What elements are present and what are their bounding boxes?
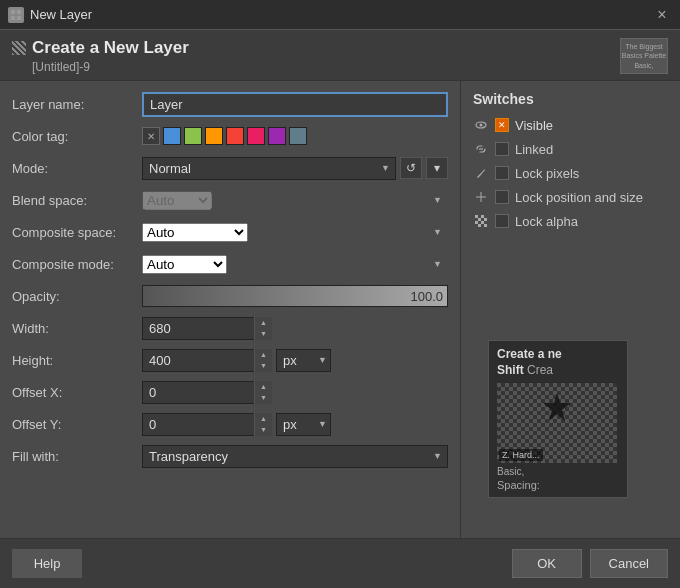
dialog-header: Create a New Layer [Untitled]-9 The Bigg… <box>0 30 680 81</box>
layer-name-label: Layer name: <box>12 97 142 112</box>
tooltip-shift-line: Shift Crea <box>497 363 619 377</box>
mode-row: Mode: Normal Dissolve Multiply Screen Ov… <box>12 155 448 181</box>
opacity-value: 100.0 <box>410 289 443 304</box>
header-thumbnail: The BiggestBasics PaletteBasic, <box>620 38 668 74</box>
height-row: Height: ▲ ▼ px % cm <box>12 347 448 373</box>
svg-rect-0 <box>11 10 15 14</box>
svg-rect-13 <box>484 218 487 221</box>
linked-checkbox <box>495 142 509 156</box>
offset-x-controls: ▲ ▼ <box>142 381 272 404</box>
app-icon <box>8 7 24 23</box>
composite-mode-select[interactable]: Auto Normal <box>142 255 227 274</box>
svg-rect-14 <box>475 221 478 224</box>
title-bar-left: New Layer <box>8 7 92 23</box>
switches-title: Switches <box>473 91 668 107</box>
mode-reset-button[interactable]: ↺ <box>400 157 422 179</box>
switch-linked[interactable]: Linked <box>473 141 668 157</box>
close-button[interactable]: × <box>652 5 672 25</box>
offset-y-spin-up[interactable]: ▲ <box>255 413 272 425</box>
switch-lock-alpha[interactable]: Lock alpha <box>473 213 668 229</box>
width-spin-buttons: ▲ ▼ <box>254 317 272 340</box>
color-swatch[interactable] <box>163 127 181 145</box>
mode-dropdown-wrapper: Normal Dissolve Multiply Screen Overlay <box>142 157 396 180</box>
color-swatch[interactable] <box>226 127 244 145</box>
height-input-wrapper: ▲ ▼ <box>142 349 272 372</box>
composite-mode-dropdown-wrapper: Auto Normal <box>142 255 448 274</box>
visible-label: Visible <box>515 118 553 133</box>
offset-x-spin-up[interactable]: ▲ <box>255 381 272 393</box>
offset-y-input-wrapper: ▲ ▼ <box>142 413 272 436</box>
offset-x-label: Offset X: <box>12 385 142 400</box>
opacity-slider[interactable]: 100.0 <box>142 285 448 307</box>
tooltip-create: Create a ne <box>497 347 562 361</box>
fill-with-row: Fill with: Transparency Foreground Color… <box>12 443 448 469</box>
composite-space-row: Composite space: Auto Linear Perceptual <box>12 219 448 245</box>
switch-lock-pixels[interactable]: Lock pixels <box>473 165 668 181</box>
dialog-title: Create a New Layer <box>12 38 189 58</box>
height-label: Height: <box>12 353 142 368</box>
offset-y-input[interactable] <box>142 413 272 436</box>
width-controls: ▲ ▼ <box>142 317 272 340</box>
width-spin-up[interactable]: ▲ <box>255 317 272 329</box>
color-tag-row: Color tag: ✕ <box>12 123 448 149</box>
cancel-button[interactable]: Cancel <box>590 549 668 578</box>
height-spin-down[interactable]: ▼ <box>255 360 272 372</box>
blend-space-dropdown-wrapper: Auto <box>142 191 448 210</box>
fill-with-label: Fill with: <box>12 449 142 464</box>
blend-space-select[interactable]: Auto <box>142 191 212 210</box>
offset-x-input[interactable] <box>142 381 272 404</box>
ok-button[interactable]: OK <box>512 549 582 578</box>
opacity-label: Opacity: <box>12 289 142 304</box>
pencil-icon <box>473 165 489 181</box>
color-swatch[interactable] <box>289 127 307 145</box>
layer-name-input[interactable] <box>142 92 448 117</box>
height-input[interactable] <box>142 349 272 372</box>
mode-label: Mode: <box>12 161 142 176</box>
offset-y-row: Offset Y: ▲ ▼ px % <box>12 411 448 437</box>
mode-extra-button[interactable]: ▾ <box>426 157 448 179</box>
height-unit-select[interactable]: px % cm <box>276 349 331 372</box>
height-spin-up[interactable]: ▲ <box>255 349 272 361</box>
svg-rect-16 <box>481 221 484 224</box>
height-spin-buttons: ▲ ▼ <box>254 349 272 372</box>
help-button[interactable]: Help <box>12 549 82 578</box>
dialog-title-area: Create a New Layer [Untitled]-9 <box>12 38 189 74</box>
color-swatch[interactable] <box>247 127 265 145</box>
width-row: Width: ▲ ▼ <box>12 315 448 341</box>
svg-rect-10 <box>475 215 478 218</box>
color-swatch[interactable] <box>268 127 286 145</box>
mode-select[interactable]: Normal Dissolve Multiply Screen Overlay <box>142 157 396 180</box>
switch-visible[interactable]: ✕ Visible <box>473 117 668 133</box>
offset-y-spin-down[interactable]: ▼ <box>255 424 272 436</box>
tooltip-popup: Create a ne Shift Crea Z. Hard... Basic,… <box>488 340 628 498</box>
switch-lock-position[interactable]: Lock position and size <box>473 189 668 205</box>
width-spin-down[interactable]: ▼ <box>255 328 272 340</box>
lock-alpha-label: Lock alpha <box>515 214 578 229</box>
tooltip-image: Z. Hard... <box>497 383 617 463</box>
fill-with-dropdown-wrapper: Transparency Foreground Color Background… <box>142 445 448 468</box>
link-icon <box>473 141 489 157</box>
svg-rect-2 <box>11 16 15 20</box>
visible-checkbox: ✕ <box>495 118 509 132</box>
offset-y-unit-select[interactable]: px % <box>276 413 331 436</box>
dialog-footer: Help OK Cancel <box>0 538 680 588</box>
color-swatch[interactable] <box>205 127 223 145</box>
lock-position-checkbox <box>495 190 509 204</box>
width-input-wrapper: ▲ ▼ <box>142 317 272 340</box>
blend-space-row: Blend space: Auto <box>12 187 448 213</box>
offset-x-spin-down[interactable]: ▼ <box>255 392 272 404</box>
offset-y-unit-wrapper: px % <box>276 413 331 436</box>
color-swatch[interactable] <box>184 127 202 145</box>
composite-space-select[interactable]: Auto Linear Perceptual <box>142 223 248 242</box>
eye-icon <box>473 117 489 133</box>
composite-space-label: Composite space: <box>12 225 142 240</box>
dialog: Create a New Layer [Untitled]-9 The Bigg… <box>0 30 680 588</box>
shift-label: Shift <box>497 363 524 377</box>
opacity-row: Opacity: 100.0 <box>12 283 448 309</box>
fill-with-select[interactable]: Transparency Foreground Color Background… <box>142 445 448 468</box>
width-input[interactable] <box>142 317 272 340</box>
svg-rect-17 <box>484 224 487 227</box>
color-tag-none[interactable]: ✕ <box>142 127 160 145</box>
checkerboard-icon <box>473 213 489 229</box>
lock-pixels-checkbox <box>495 166 509 180</box>
